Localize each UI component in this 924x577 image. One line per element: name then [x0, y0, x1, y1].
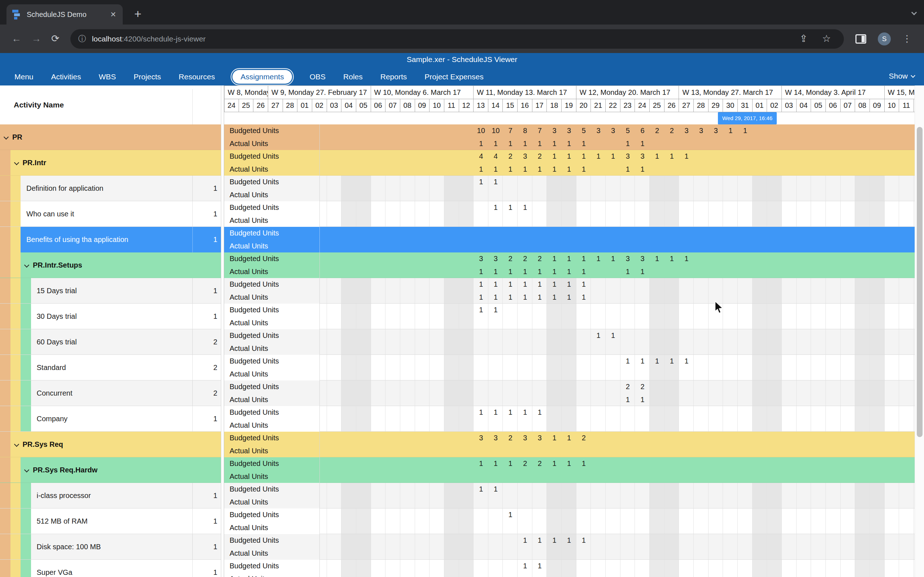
- site-info-icon[interactable]: ⓘ: [78, 34, 86, 44]
- vertical-scrollbar[interactable]: [914, 85, 924, 577]
- actual-units-label: Actual Units: [224, 342, 320, 355]
- grid-row-standard[interactable]: Budgeted Units11111Actual Units: [224, 355, 924, 380]
- budgeted-unit-value: 1: [738, 124, 753, 137]
- collapse-chevron-icon[interactable]: [14, 160, 19, 165]
- day-cell: [591, 201, 606, 226]
- activity-row-60-days-trial[interactable]: 60 Days trial2: [0, 329, 221, 355]
- url-bar[interactable]: ⓘ localhost:4200/schedule-js-viewer ⇪ ☆: [70, 29, 844, 49]
- activity-row-pr-sys-req-hardw[interactable]: PR.Sys Req.Hardw: [0, 457, 221, 483]
- forward-button[interactable]: →: [31, 34, 41, 44]
- grid-row-60-days-trial[interactable]: Budgeted Units11Actual Units: [224, 329, 924, 355]
- browser-tab[interactable]: ScheduleJS Demo ✕: [6, 4, 123, 24]
- indent-band: [21, 508, 31, 534]
- actual-unit-value: 1: [503, 137, 518, 150]
- activity-row-definition-for-application[interactable]: Definition for application1: [0, 176, 221, 201]
- app-header: Sample.xer - ScheduleJS Viewer MenuActiv…: [0, 53, 924, 85]
- day-cell: [562, 483, 577, 508]
- nav-item-menu[interactable]: Menu: [15, 73, 34, 81]
- collapse-chevron-icon[interactable]: [24, 263, 29, 268]
- day-cell: [767, 304, 782, 329]
- day-cell: [899, 176, 914, 201]
- activity-row-pr-intr[interactable]: PR.Intr: [0, 150, 221, 176]
- grid-row-definition-for-application[interactable]: Budgeted Units11Actual Units: [224, 176, 924, 201]
- grid-row-disk-space-100-mb[interactable]: Budgeted Units11111Actual Units: [224, 534, 924, 560]
- nav-item-activities[interactable]: Activities: [51, 73, 81, 81]
- grid-row-who-can-use-it[interactable]: Budgeted Units111Actual Units: [224, 201, 924, 227]
- day-cell: [547, 176, 562, 201]
- grid-row-15-days-trial[interactable]: Budgeted Units11111111Actual Units111111…: [224, 278, 924, 304]
- grid-row-pr-intr-setups[interactable]: Budgeted Units332221111133111Actual Unit…: [224, 253, 924, 278]
- indent-band: [21, 534, 31, 559]
- bookmark-star-icon[interactable]: ☆: [822, 34, 831, 44]
- activity-row-i-class-processor[interactable]: i-class processor1: [0, 483, 221, 508]
- nav-item-wbs[interactable]: WBS: [99, 73, 116, 81]
- activity-row-pr[interactable]: PR: [0, 124, 221, 150]
- nav-item-projects[interactable]: Projects: [134, 73, 161, 81]
- browser-menu-icon[interactable]: ⋮: [902, 33, 912, 44]
- day-cell: [709, 560, 723, 577]
- day-cell: [371, 508, 386, 534]
- activity-row-concurrent[interactable]: Concurrent2: [0, 380, 221, 406]
- new-tab-button[interactable]: +: [134, 6, 142, 21]
- activity-row-512-mb-of-ram[interactable]: 512 MB of RAM1: [0, 508, 221, 534]
- activity-row-super-vga[interactable]: Super VGa1: [0, 560, 221, 577]
- nav-item-roles[interactable]: Roles: [343, 73, 363, 81]
- activity-row-pr-sys-req[interactable]: PR.Sys Req: [0, 432, 221, 457]
- collapse-chevron-icon[interactable]: [3, 134, 9, 140]
- grid-row-super-vga[interactable]: Budgeted Units11Actual Units: [224, 560, 924, 577]
- day-cell: [562, 304, 577, 329]
- share-icon[interactable]: ⇪: [800, 34, 808, 44]
- day-cell: [841, 278, 855, 303]
- grid-row-concurrent[interactable]: Budgeted Units22Actual Units11: [224, 380, 924, 406]
- grid-row-pr-intr[interactable]: Budgeted Units442321111133111Actual Unit…: [224, 150, 924, 176]
- grid-row-pr-sys-req[interactable]: Budgeted Units33233112Actual Units: [224, 432, 924, 457]
- show-dropdown[interactable]: Show: [888, 72, 914, 81]
- grid-row-company[interactable]: Budgeted Units11111Actual Units: [224, 406, 924, 432]
- day-cell: [386, 380, 400, 406]
- nav-item-obs[interactable]: OBS: [310, 73, 326, 81]
- budgeted-unit-value: 1: [679, 253, 694, 266]
- indent-band: [0, 483, 10, 508]
- day-cell: [591, 176, 606, 201]
- activity-row-pr-intr-setups[interactable]: PR.Intr.Setups: [0, 253, 221, 278]
- indent-band: [10, 304, 21, 329]
- day-cell: [371, 380, 386, 406]
- grid-row-512-mb-of-ram[interactable]: Budgeted Units1Actual Units: [224, 508, 924, 534]
- activity-row-company[interactable]: Company1: [0, 406, 221, 432]
- activity-row-who-can-use-it[interactable]: Who can use it1: [0, 201, 221, 227]
- grid-row-i-class-processor[interactable]: Budgeted Units11Actual Units: [224, 483, 924, 508]
- activity-name: Super VGa: [37, 568, 73, 576]
- budgeted-unit-value: 1: [532, 534, 547, 547]
- scrollbar-thumb[interactable]: [917, 127, 922, 437]
- activity-row-15-days-trial[interactable]: 15 Days trial1: [0, 278, 221, 304]
- grid-row-pr[interactable]: Budgeted Units101078733533562233311Actua…: [224, 124, 924, 150]
- activity-row-benefits-of-using-tha-application[interactable]: Benefits of using tha application1: [0, 227, 221, 253]
- budgeted-unit-value: 1: [606, 150, 620, 163]
- day-cell: [870, 355, 885, 380]
- budgeted-unit-value: 1: [547, 253, 562, 266]
- nav-item-assignments[interactable]: Assignments: [233, 70, 292, 84]
- side-panel-icon[interactable]: [855, 34, 866, 44]
- grid-row-pr-sys-req-hardw[interactable]: Budgeted Units11122111Actual Units: [224, 457, 924, 483]
- activity-row-disk-space-100-mb[interactable]: Disk space: 100 MB1: [0, 534, 221, 560]
- panel-splitter[interactable]: [221, 85, 224, 577]
- nav-item-resources[interactable]: Resources: [179, 73, 215, 81]
- reload-button[interactable]: ⟳: [51, 34, 60, 44]
- day-cell: [826, 355, 841, 380]
- day-cell: [738, 278, 753, 303]
- profile-avatar[interactable]: S: [878, 32, 891, 45]
- day-cell: [694, 508, 709, 534]
- nav-item-reports[interactable]: Reports: [380, 73, 407, 81]
- grid-row-benefits-of-using-tha-application[interactable]: Budgeted UnitsActual Units: [224, 227, 924, 253]
- activity-row-30-days-trial[interactable]: 30 Days trial1: [0, 304, 221, 329]
- day-header-14: 10: [430, 99, 444, 112]
- back-button[interactable]: ←: [11, 34, 21, 44]
- day-cell: [811, 560, 826, 577]
- collapse-chevron-icon[interactable]: [14, 442, 19, 447]
- nav-item-project-expenses[interactable]: Project Expenses: [425, 73, 483, 81]
- activity-row-standard[interactable]: Standard2: [0, 355, 221, 380]
- close-tab-icon[interactable]: ✕: [109, 10, 117, 19]
- tab-search-chevron-icon[interactable]: [912, 10, 916, 16]
- grid-row-30-days-trial[interactable]: Budgeted Units11Actual Units: [224, 304, 924, 329]
- collapse-chevron-icon[interactable]: [24, 467, 29, 472]
